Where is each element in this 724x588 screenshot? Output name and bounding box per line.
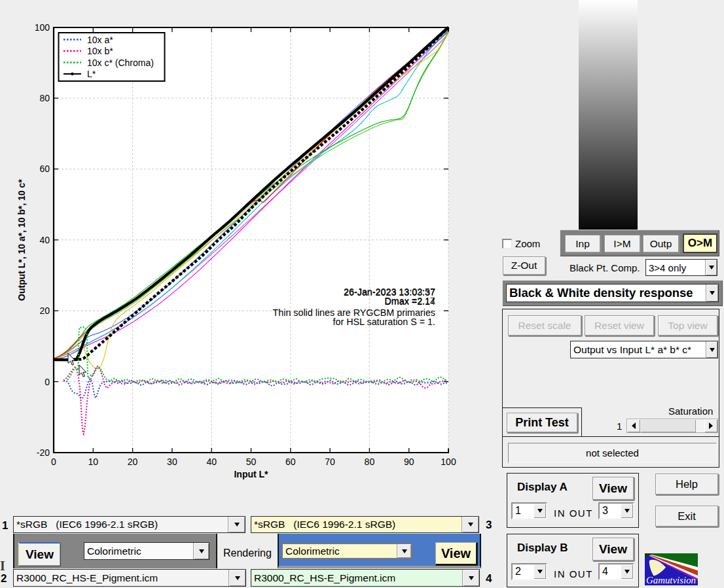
svg-text:0: 0 [45, 377, 50, 387]
svg-text:20: 20 [39, 305, 50, 316]
svg-text:Gamutvision: Gamutvision [646, 574, 696, 585]
svg-text:90: 90 [404, 457, 414, 467]
svg-text:60: 60 [285, 457, 296, 467]
svg-text:70: 70 [325, 457, 335, 467]
svg-text:60: 60 [39, 164, 50, 174]
svg-text:80: 80 [365, 457, 375, 467]
svg-text:40: 40 [206, 457, 217, 467]
svg-text:-20: -20 [37, 447, 50, 458]
svg-text:80: 80 [39, 93, 50, 103]
svg-text:0: 0 [51, 457, 56, 467]
svg-text:10x a*: 10x a* [87, 35, 113, 45]
svg-text:Dmax =2.17: Dmax =2.17 [385, 296, 436, 306]
svg-text:Input L*: Input L* [234, 469, 268, 479]
svg-text:50: 50 [246, 457, 257, 467]
svg-text:30: 30 [167, 457, 177, 467]
svg-text:100: 100 [441, 457, 456, 467]
svg-text:10x c* (Chroma): 10x c* (Chroma) [87, 58, 154, 68]
svg-text:10x b*: 10x b* [87, 46, 113, 56]
svg-text:20: 20 [128, 457, 138, 467]
svg-text:L*: L* [87, 69, 96, 79]
svg-text:40: 40 [39, 235, 50, 245]
svg-text:for HSL saturation S = 1.: for HSL saturation S = 1. [333, 317, 435, 327]
svg-text:10: 10 [88, 457, 99, 467]
svg-text:Output L*, 10 a*, 10 b*, 10 c*: Output L*, 10 a*, 10 b*, 10 c* [16, 179, 27, 301]
svg-text:100: 100 [35, 22, 50, 33]
